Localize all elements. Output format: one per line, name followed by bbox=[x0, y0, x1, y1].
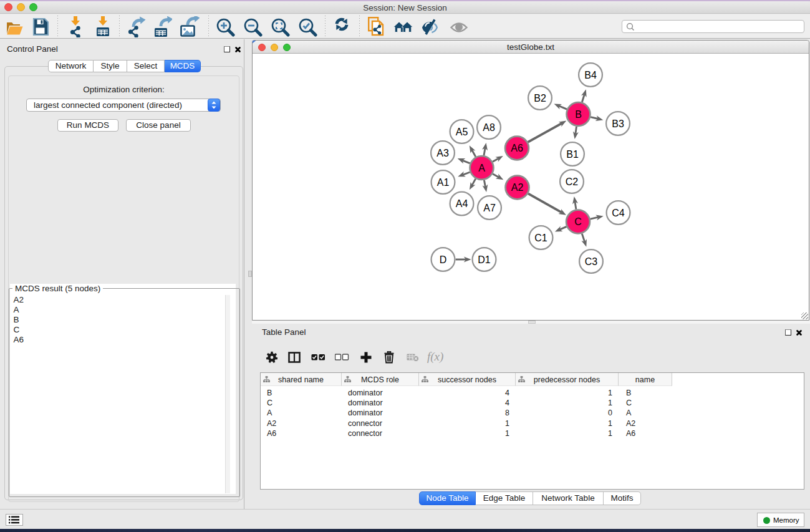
svg-text:B3: B3 bbox=[612, 118, 624, 129]
svg-text:A3: A3 bbox=[436, 148, 449, 158]
svg-text:B1: B1 bbox=[566, 149, 579, 160]
svg-text:A8: A8 bbox=[483, 122, 495, 133]
svg-text:A6: A6 bbox=[511, 143, 523, 153]
svg-text:A7: A7 bbox=[483, 203, 496, 213]
svg-text:D1: D1 bbox=[478, 254, 491, 265]
svg-text:D: D bbox=[440, 254, 447, 265]
svg-text:A2: A2 bbox=[511, 182, 524, 193]
svg-text:B2: B2 bbox=[534, 93, 546, 104]
svg-text:A4: A4 bbox=[456, 198, 468, 209]
svg-text:A: A bbox=[478, 163, 485, 173]
svg-text:A5: A5 bbox=[456, 127, 468, 137]
svg-text:B4: B4 bbox=[584, 70, 597, 80]
svg-text:C1: C1 bbox=[534, 233, 547, 243]
svg-text:C: C bbox=[574, 216, 582, 227]
svg-text:A1: A1 bbox=[437, 177, 450, 188]
svg-text:C2: C2 bbox=[566, 177, 579, 187]
svg-text:B: B bbox=[575, 109, 582, 120]
svg-text:C4: C4 bbox=[612, 208, 625, 218]
svg-text:C3: C3 bbox=[585, 256, 598, 267]
